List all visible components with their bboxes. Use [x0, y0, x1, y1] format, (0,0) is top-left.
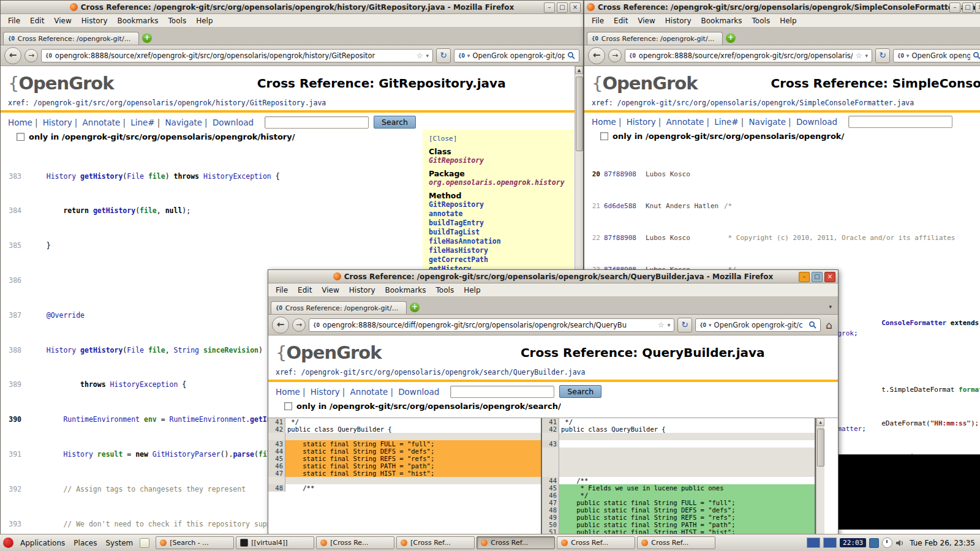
- menu-item[interactable]: View: [633, 15, 660, 26]
- nav-link[interactable]: Annotate: [340, 387, 388, 397]
- url-bar[interactable]: {O opengrok:8888/source/xref/opengrok-gi…: [41, 49, 433, 62]
- line-number-link[interactable]: 389: [1, 380, 21, 389]
- nav-link[interactable]: History: [300, 387, 340, 397]
- nav-link[interactable]: Annotate: [72, 118, 121, 127]
- menu-item[interactable]: Bookmarks: [113, 15, 164, 26]
- forward-button[interactable]: →: [608, 49, 622, 62]
- menu-item[interactable]: View: [49, 15, 76, 26]
- search-button[interactable]: Search: [374, 116, 416, 129]
- line-number-link[interactable]: 386: [1, 276, 21, 285]
- tab-cross-reference[interactable]: {O Cross Reference: /opengrok-git/...: [3, 32, 139, 45]
- window-preview-icon[interactable]: [807, 538, 820, 548]
- minimize-button[interactable]: –: [949, 2, 960, 13]
- menu-item[interactable]: Edit: [293, 285, 317, 296]
- bookmark-star-icon[interactable]: ☆: [417, 51, 423, 60]
- search-input[interactable]: [265, 116, 369, 129]
- launcher-icon[interactable]: [140, 538, 149, 548]
- line-number-link[interactable]: 48: [268, 484, 285, 492]
- line-number-link[interactable]: 391: [1, 450, 21, 459]
- search-bar[interactable]: {O ▾ OpenGrok opengrok-git/c: [695, 318, 821, 332]
- reload-button[interactable]: ↻: [875, 48, 890, 63]
- line-number-link[interactable]: [542, 462, 559, 470]
- close-button[interactable]: ×: [975, 2, 980, 13]
- search-engine-dropdown-icon[interactable]: ▾: [467, 53, 470, 59]
- magnifier-icon[interactable]: [973, 51, 980, 59]
- menu-item[interactable]: Tools: [431, 285, 459, 296]
- line-number-link[interactable]: 46: [542, 492, 559, 499]
- digital-clock[interactable]: 22:03: [840, 538, 866, 547]
- line-number-link[interactable]: 392: [1, 485, 21, 493]
- menu-item[interactable]: Bookmarks: [696, 15, 747, 26]
- nav-link[interactable]: Download: [202, 118, 254, 127]
- line-number-link[interactable]: [268, 477, 285, 484]
- task-button[interactable]: [[virtual4]]: [236, 536, 314, 549]
- search-button[interactable]: Search: [559, 385, 601, 398]
- back-button[interactable]: ←: [272, 317, 289, 334]
- method-link[interactable]: GitRepository: [429, 200, 567, 209]
- nav-link[interactable]: Navigate: [739, 117, 786, 127]
- panel-class-name[interactable]: GitRepository: [429, 156, 567, 165]
- distro-menu-icon[interactable]: [3, 538, 13, 548]
- titlebar[interactable]: Cross Reference: /opengrok-git/src/org/o…: [268, 270, 838, 283]
- line-number-link[interactable]: 47: [268, 470, 285, 477]
- search-engine-dropdown-icon[interactable]: ▾: [709, 322, 712, 328]
- nav-link[interactable]: Annotate: [656, 117, 704, 127]
- method-link[interactable]: getCorrectPath: [429, 255, 567, 264]
- back-button[interactable]: ←: [4, 47, 21, 64]
- method-link[interactable]: buildTagList: [429, 228, 567, 237]
- line-number-link[interactable]: 383: [1, 172, 21, 181]
- nav-link[interactable]: Home: [592, 117, 616, 127]
- maximize-button[interactable]: □: [557, 2, 568, 13]
- line-number-link[interactable]: 47: [542, 499, 559, 506]
- clock-icon[interactable]: [882, 538, 892, 548]
- task-button[interactable]: [Search - ...: [156, 536, 234, 549]
- line-number-link[interactable]: 44: [542, 477, 559, 484]
- revision-link[interactable]: 87f88908: [604, 170, 641, 178]
- terminal-window[interactable]: [824, 454, 980, 530]
- line-number-link[interactable]: 388: [1, 346, 21, 354]
- line-number-link[interactable]: [542, 433, 559, 440]
- forward-button[interactable]: →: [24, 49, 38, 62]
- close-button[interactable]: ×: [570, 2, 581, 13]
- line-number-link[interactable]: 21: [587, 202, 600, 210]
- line-number-link[interactable]: 43: [268, 440, 285, 448]
- back-button[interactable]: ←: [588, 47, 605, 64]
- line-number-link[interactable]: 393: [1, 520, 21, 528]
- method-link[interactable]: fileHasAnnotation: [429, 237, 567, 246]
- menu-item[interactable]: Bookmarks: [380, 285, 431, 296]
- line-number-link[interactable]: 45: [268, 455, 285, 462]
- line-number-link[interactable]: 384: [1, 206, 21, 215]
- tray-app-icon[interactable]: [869, 538, 879, 548]
- titlebar[interactable]: Cross Reference: /opengrok-git/src/org/o…: [1, 1, 583, 14]
- nav-link[interactable]: Line#: [120, 118, 154, 127]
- line-number-link[interactable]: [542, 448, 559, 455]
- task-button[interactable]: [Cross Re...: [316, 536, 394, 549]
- menu-item[interactable]: History: [77, 15, 113, 26]
- magnifier-icon[interactable]: [567, 51, 575, 59]
- menu-item[interactable]: View: [317, 285, 344, 296]
- only-in-checkbox[interactable]: [600, 132, 608, 140]
- line-number-link[interactable]: 43: [542, 440, 559, 448]
- task-button[interactable]: Cross Ref...: [477, 536, 555, 549]
- line-number-link[interactable]: 41: [542, 418, 559, 425]
- list-all-tabs-icon[interactable]: ▾: [825, 304, 835, 310]
- method-link[interactable]: fileHasHistory: [429, 246, 567, 255]
- menu-item[interactable]: Tools: [747, 15, 775, 26]
- scrollbar-thumb[interactable]: [817, 429, 824, 467]
- method-link[interactable]: buildTagEntry: [429, 219, 567, 228]
- maximize-button[interactable]: □: [812, 272, 823, 282]
- forward-button[interactable]: →: [292, 318, 306, 332]
- panel-close-link[interactable]: [Close]: [429, 134, 567, 143]
- home-icon[interactable]: ⌂: [824, 319, 834, 331]
- search-bar[interactable]: {O ▾ OpenGrok opengrok-git/: [893, 49, 980, 62]
- task-button[interactable]: Cross Ref...: [637, 536, 715, 549]
- line-number-link[interactable]: 49: [542, 514, 559, 521]
- search-engine-dropdown-icon[interactable]: ▾: [907, 53, 910, 59]
- url-dropdown-icon[interactable]: ▾: [865, 53, 868, 59]
- scroll-up-icon[interactable]: ▲: [816, 418, 824, 426]
- line-number-link[interactable]: 390: [1, 415, 21, 424]
- panel-menu[interactable]: Applications: [16, 537, 69, 549]
- line-number-link[interactable]: 42: [268, 425, 285, 433]
- panel-menu[interactable]: Places: [69, 537, 101, 549]
- tab-cross-reference[interactable]: {O Cross Reference: /opengrok-git/...: [587, 32, 723, 45]
